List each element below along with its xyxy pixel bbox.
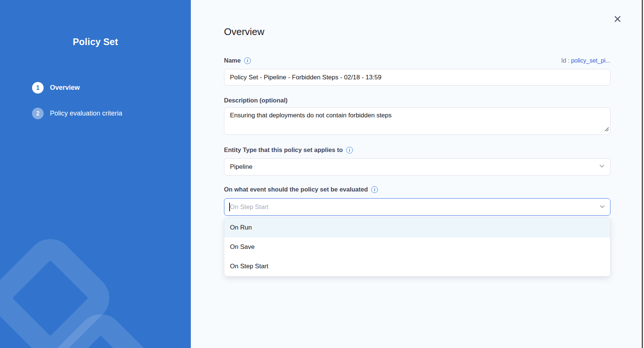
- id-prefix: Id :: [561, 57, 569, 64]
- option-on-save[interactable]: On Save: [224, 237, 610, 257]
- wizard-sidebar: Policy Set 1 Overview 2 Policy evaluatio…: [0, 0, 191, 348]
- entity-type-value: Pipeline: [230, 163, 253, 171]
- event-options-menu: On Run On Save On Step Start: [224, 218, 610, 276]
- entity-type-label: Entity Type that this policy set applies…: [224, 146, 343, 154]
- text-caret: [229, 203, 230, 211]
- logo-diamond-shape: [32, 305, 169, 348]
- resize-handle-icon[interactable]: [604, 126, 609, 133]
- step-label: Overview: [50, 84, 80, 92]
- wizard-steps: 1 Overview 2 Policy evaluation criteria: [32, 82, 191, 119]
- page-title: Overview: [224, 26, 610, 38]
- option-on-run[interactable]: On Run: [224, 218, 610, 237]
- step-policy-evaluation-criteria[interactable]: 2 Policy evaluation criteria: [32, 108, 191, 119]
- overview-form: Name i Id :policy_set_pi... Description …: [224, 57, 610, 276]
- description-textarea[interactable]: Ensuring that deployments do not contain…: [224, 107, 610, 135]
- name-label-row: Name i Id :policy_set_pi...: [224, 57, 610, 64]
- option-on-step-start[interactable]: On Step Start: [224, 257, 610, 276]
- step-number-badge: 1: [32, 82, 44, 94]
- event-combobox: [224, 198, 610, 216]
- info-icon[interactable]: i: [371, 186, 378, 193]
- chevron-down-icon: [599, 163, 605, 171]
- step-label: Policy evaluation criteria: [50, 110, 122, 117]
- close-icon[interactable]: [613, 14, 622, 24]
- event-label: On what event should the policy set be e…: [224, 186, 368, 193]
- event-input[interactable]: [224, 198, 610, 216]
- description-label: Description (optional): [224, 97, 288, 104]
- name-label: Name: [224, 57, 241, 64]
- overview-panel: Overview Name i Id :policy_set_pi... Des…: [191, 0, 642, 348]
- info-icon[interactable]: i: [244, 57, 251, 64]
- entity-type-select[interactable]: Pipeline: [224, 158, 610, 175]
- screen-edge-line: [642, 0, 643, 348]
- harness-logo-watermark: [0, 0, 191, 348]
- step-number-badge: 2: [32, 108, 44, 119]
- info-icon[interactable]: i: [346, 147, 353, 154]
- policy-set-wizard: Policy Set 1 Overview 2 Policy evaluatio…: [0, 0, 644, 348]
- step-overview[interactable]: 1 Overview: [32, 82, 191, 94]
- policy-set-id: Id :policy_set_pi...: [561, 57, 610, 64]
- wizard-title: Policy Set: [0, 37, 191, 47]
- description-field: Ensuring that deployments do not contain…: [224, 107, 610, 135]
- name-input[interactable]: [224, 69, 610, 86]
- chevron-down-icon: [599, 203, 605, 211]
- logo-diamond-shape: [0, 230, 119, 348]
- policy-set-id-link[interactable]: policy_set_pi...: [571, 57, 610, 64]
